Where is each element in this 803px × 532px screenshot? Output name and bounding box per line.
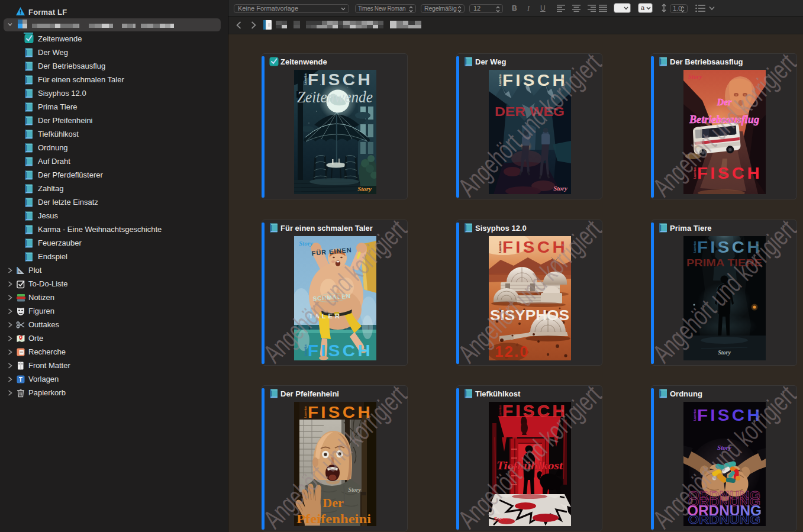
svg-text:Story: Story [357,185,372,192]
svg-text:Zeitenwende: Zeitenwende [297,88,373,106]
svg-text:Laurentius: Laurentius [304,73,307,85]
svg-text:FISCH: FISCH [308,71,373,89]
